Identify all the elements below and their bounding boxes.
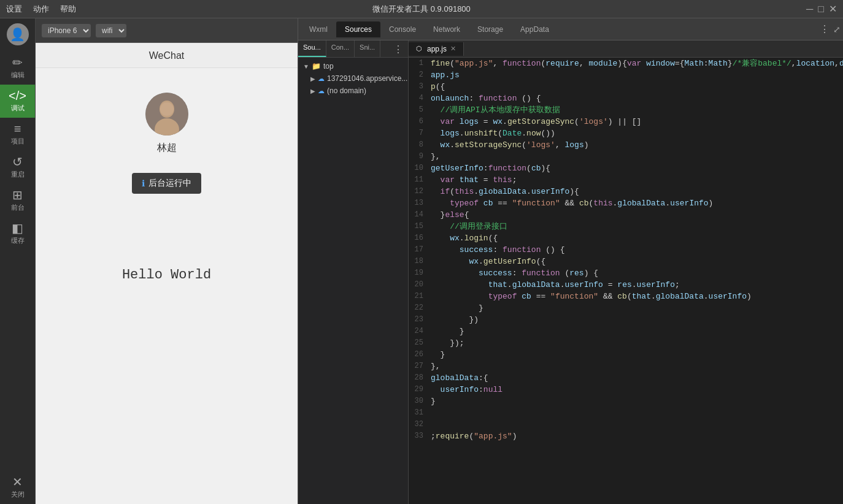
sidebar-label-edit: 编辑 (11, 71, 25, 80)
tab-console[interactable]: Console (380, 21, 425, 37)
user-name: 林超 (157, 142, 177, 155)
avatar-image (145, 93, 188, 136)
tree-item-nodomain[interactable]: ▶ ☁ (no domain) (298, 85, 408, 97)
devtools-tabs: Wxml Sources Console Network Storage App… (298, 18, 843, 40)
code-line-23: 23 }) (409, 314, 843, 326)
code-line-18: 18 wx.getUserInfo({ (409, 256, 843, 267)
code-area[interactable]: 1 fine("app.js", function(require, modul… (409, 58, 843, 504)
close-button[interactable]: ✕ (829, 4, 837, 14)
minimize-button[interactable]: ─ (806, 4, 813, 14)
code-line-26: 26 } (409, 349, 843, 361)
editor-tabs: ⬡ app.js ✕ (409, 40, 843, 58)
sidebar-item-project[interactable]: ≡ 项目 (0, 118, 35, 151)
code-line-11: 11 var that = this; (409, 174, 843, 186)
arrow-right-icon: ▶ (310, 75, 315, 82)
edit-icon: ✏ (12, 56, 23, 69)
tab-sources[interactable]: Sources (336, 21, 380, 37)
file-tree-tab-snippets[interactable]: Sni... (355, 40, 380, 57)
debug-icon: </> (9, 90, 26, 102)
menu-help[interactable]: 帮助 (60, 4, 76, 15)
app-title: 微信开发者工具 0.9.091800 (372, 4, 471, 15)
code-line-22: 22 } (409, 302, 843, 314)
code-line-21: 21 typeof cb == "function" && cb(that.gl… (409, 291, 843, 302)
menu-action[interactable]: 动作 (33, 4, 49, 15)
arrow-down-icon: ▼ (303, 63, 309, 70)
titlebar: 设置 动作 帮助 微信开发者工具 0.9.091800 ─ □ ✕ (0, 0, 843, 18)
code-line-17: 17 success: function () { (409, 244, 843, 256)
cache-icon: ◧ (12, 222, 23, 234)
code-line-1: 1 fine("app.js", function(require, modul… (409, 58, 843, 69)
folder-icon: 📁 (312, 62, 321, 71)
sidebar: 👤 ✏ 编辑 </> 调试 ≡ 项目 ↺ 重启 ⊞ 前台 ◧ 缓存 ✕ 关闭 (0, 18, 36, 504)
maximize-button[interactable]: □ (818, 4, 824, 14)
hello-world-text: Hello World (122, 267, 211, 283)
tab-network[interactable]: Network (425, 21, 469, 37)
titlebar-menu: 设置 动作 帮助 (6, 4, 76, 15)
code-line-33: 33 ;require("app.js") (409, 430, 843, 442)
code-line-32: 32 (409, 419, 843, 430)
file-tree-panel: Sou... Con... Sni... ⋮ ▼ 📁 top ▶ ☁ 13729… (298, 40, 409, 504)
info-icon: ℹ (142, 178, 145, 188)
devtools-more-icon[interactable]: ⋮ (820, 23, 830, 35)
avatar-icon: 👤 (10, 27, 25, 42)
sidebar-item-close[interactable]: ✕ 关闭 (0, 471, 35, 504)
frontend-icon: ⊞ (12, 189, 23, 201)
sidebar-item-frontend[interactable]: ⊞ 前台 (0, 184, 35, 217)
tree-label-top: top (323, 62, 334, 71)
user-avatar (145, 93, 188, 136)
sidebar-label-cache: 缓存 (11, 236, 25, 245)
code-line-27: 27 }, (409, 361, 843, 372)
sidebar-item-cache[interactable]: ◧ 缓存 (0, 217, 35, 250)
code-line-31: 31 (409, 407, 843, 419)
code-line-14: 14 }else{ (409, 209, 843, 221)
file-tree-more-icon[interactable]: ⋮ (388, 40, 408, 57)
code-line-12: 12 if(this.globalData.userInfo){ (409, 186, 843, 197)
code-line-15: 15 //调用登录接口 (409, 221, 843, 232)
project-icon: ≡ (14, 123, 21, 135)
menu-settings[interactable]: 设置 (6, 4, 22, 15)
wechat-title: WeChat (149, 50, 185, 61)
sidebar-label-project: 项目 (11, 137, 25, 146)
tree-item-appservice[interactable]: ▶ ☁ 137291046.appservice... (298, 72, 408, 85)
file-tree-tab-content[interactable]: Con... (326, 40, 355, 57)
devtools-expand-icon[interactable]: ⤢ (833, 25, 841, 34)
file-tree-tab-sources[interactable]: Sou... (298, 40, 326, 57)
phone-screen: WeChat 林超 ℹ 后台运行中 Hello World (36, 43, 298, 504)
code-line-9: 9 }, (409, 151, 843, 162)
code-line-30: 30 } (409, 395, 843, 407)
sidebar-item-debug[interactable]: </> 调试 (0, 85, 35, 118)
code-line-6: 6 var logs = wx.getStorageSync('logs') |… (409, 116, 843, 128)
sources-layout: Sou... Con... Sni... ⋮ ▼ 📁 top ▶ ☁ 13729… (298, 40, 843, 504)
editor-tab-close[interactable]: ✕ (450, 45, 456, 53)
wechat-header: WeChat (36, 43, 298, 68)
editor-tab-appjs[interactable]: ⬡ app.js ✕ (409, 42, 464, 56)
cloud-icon-1: ☁ (318, 75, 325, 83)
tree-label-appservice: 137291046.appservice... (327, 74, 407, 83)
phone-panel: iPhone 6 iPhone 5 wifi 4G WeChat (36, 18, 298, 504)
sidebar-item-edit[interactable]: ✏ 编辑 (0, 52, 35, 85)
code-line-7: 7 logs.unshift(Date.now()) (409, 128, 843, 139)
js-file-icon: ⬡ (416, 45, 422, 53)
svg-point-3 (160, 102, 174, 116)
window-controls: ─ □ ✕ (806, 4, 837, 14)
tab-storage[interactable]: Storage (469, 21, 512, 37)
file-tree-tabs: Sou... Con... Sni... ⋮ (298, 40, 408, 58)
running-badge: ℹ 后台运行中 (132, 173, 201, 194)
phone-toolbar: iPhone 6 iPhone 5 wifi 4G (36, 18, 298, 43)
avatar: 👤 (7, 23, 29, 45)
restart-icon: ↺ (12, 156, 23, 168)
sidebar-item-restart[interactable]: ↺ 重启 (0, 151, 35, 184)
network-selector[interactable]: wifi 4G (96, 24, 126, 37)
device-selector[interactable]: iPhone 6 iPhone 5 (42, 24, 91, 37)
tree-item-top[interactable]: ▼ 📁 top (298, 60, 408, 72)
code-line-29: 29 userInfo:null (409, 384, 843, 395)
code-line-13: 13 typeof cb == "function" && cb(this.gl… (409, 197, 843, 209)
tree-label-nodomain: (no domain) (327, 86, 366, 95)
tab-appdata[interactable]: AppData (512, 21, 558, 37)
sidebar-label-debug: 调试 (11, 104, 25, 113)
tab-wxml[interactable]: Wxml (301, 21, 336, 37)
editor-tab-label: app.js (427, 45, 447, 53)
code-line-10: 10 getUserInfo:function(cb){ (409, 162, 843, 174)
arrow-right-icon-2: ▶ (310, 88, 315, 94)
code-line-8: 8 wx.setStorageSync('logs', logs) (409, 139, 843, 151)
